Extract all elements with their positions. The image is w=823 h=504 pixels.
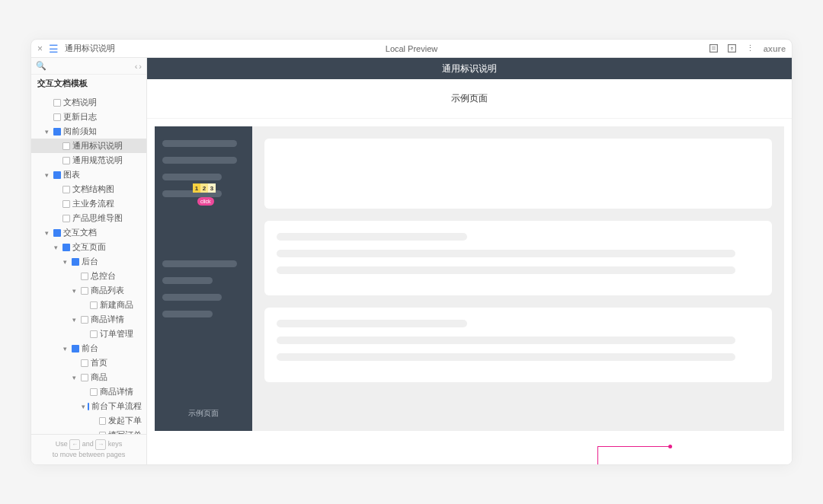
file-icon xyxy=(81,359,88,367)
tree-row[interactable]: ▾图表 xyxy=(31,167,146,182)
tree-label: 通用标识说明 xyxy=(72,140,123,152)
tree-label: 商品详情 xyxy=(100,386,133,397)
caret-icon: ▾ xyxy=(54,244,60,251)
tree-label: 主业务流程 xyxy=(72,198,114,209)
file-icon xyxy=(90,388,98,396)
sub-header: 示例页面 xyxy=(147,79,792,119)
preview-label: Local Preview xyxy=(386,44,437,53)
nav-pill xyxy=(162,140,237,147)
file-icon xyxy=(62,215,70,222)
file-icon xyxy=(62,157,70,164)
hamburger-icon[interactable]: ☰ xyxy=(49,43,59,55)
annotation-dot xyxy=(668,445,672,448)
caret-icon: ▾ xyxy=(63,258,69,266)
caret-icon: ▾ xyxy=(45,128,51,136)
tree-row[interactable]: ▾前台下单流程 xyxy=(31,399,146,413)
tree-row[interactable]: ▾商品 xyxy=(31,370,146,384)
folder-icon xyxy=(72,345,79,352)
sidebar-hint: Use ← and → keys to move between pages xyxy=(31,434,146,465)
tree-row[interactable]: ▾商品详情 xyxy=(31,312,146,327)
tree-label: 商品列表 xyxy=(91,285,124,296)
tree-label: 通用规范说明 xyxy=(72,155,123,166)
tree-row[interactable]: 主业务流程 xyxy=(31,196,146,211)
file-icon xyxy=(99,417,107,425)
folder-icon xyxy=(53,128,61,136)
content: 通用标识说明 示例页面 xyxy=(147,58,792,464)
tree-row[interactable]: 发起下单 xyxy=(31,413,146,428)
tree-label: 商品详情 xyxy=(91,314,124,325)
tree-label: 新建商品 xyxy=(100,299,133,311)
caret-icon: ▾ xyxy=(72,374,78,381)
tree-row[interactable]: 文档说明 xyxy=(31,95,146,110)
tree-row[interactable]: ▾商品列表 xyxy=(31,283,146,298)
tree-row[interactable]: 新建商品 xyxy=(31,298,146,312)
file-icon xyxy=(53,99,61,107)
tree-label: 阅前须知 xyxy=(63,126,97,137)
click-badge: click xyxy=(197,197,214,206)
callout: 1 2 3 click xyxy=(193,183,216,206)
file-icon xyxy=(90,330,98,338)
caret-icon: ▾ xyxy=(45,229,51,237)
tree-label: 总控台 xyxy=(91,270,116,282)
tree-row[interactable]: 总控台 xyxy=(31,269,146,283)
section-title: 交互文档模板 xyxy=(31,75,146,92)
file-icon xyxy=(53,113,61,121)
tree-row[interactable]: ▾阅前须知 xyxy=(31,124,146,139)
callout-number: 1 xyxy=(193,183,200,193)
tree-row[interactable]: 商品详情 xyxy=(31,384,146,399)
tree-row[interactable]: 更新日志 xyxy=(31,110,146,124)
card xyxy=(264,221,772,295)
nav-next-icon[interactable]: › xyxy=(139,62,142,71)
caret-icon: ▾ xyxy=(45,171,51,179)
tree-label: 发起下单 xyxy=(108,415,142,426)
file-icon xyxy=(81,273,88,280)
skeleton xyxy=(277,337,735,344)
search-icon: 🔍 xyxy=(36,61,46,71)
page-tree[interactable]: 文档说明更新日志▾阅前须知通用标识说明通用规范说明▾图表文档结构图主业务流程产品… xyxy=(31,92,146,434)
tree-row[interactable]: 订单管理 xyxy=(31,327,146,341)
tree-row[interactable]: ▾前台 xyxy=(31,341,146,356)
export-icon[interactable] xyxy=(727,43,738,54)
skeleton xyxy=(277,266,735,274)
canvas[interactable]: 1 2 3 click 示例页面 xyxy=(147,119,792,464)
sidebar: 🔍 ‹ › 交互文档模板 文档说明更新日志▾阅前须知通用标识说明通用规范说明▾图… xyxy=(31,58,147,464)
svg-rect-0 xyxy=(710,45,718,53)
tree-row[interactable]: 通用标识说明 xyxy=(31,139,146,153)
file-icon xyxy=(90,301,98,309)
tree-label: 图表 xyxy=(63,169,80,180)
tree-row[interactable]: 产品思维导图 xyxy=(31,211,146,225)
brand-label: axure xyxy=(764,44,786,53)
file-icon xyxy=(62,142,70,150)
tree-row[interactable]: ▾交互页面 xyxy=(31,240,146,254)
tree-label: 首页 xyxy=(91,357,107,368)
file-icon xyxy=(81,316,88,324)
tree-label: 交互文档 xyxy=(63,227,97,238)
file-icon xyxy=(62,186,70,193)
tree-row[interactable]: 通用规范说明 xyxy=(31,153,146,167)
app-frame: × ☰ 通用标识说明 Local Preview ⋮ axure 🔍 ‹ › 交… xyxy=(30,39,793,465)
tree-label: 后台 xyxy=(82,256,98,267)
folder-icon xyxy=(53,171,61,179)
sidebar-search[interactable]: 🔍 ‹ › xyxy=(31,58,146,75)
more-icon[interactable]: ⋮ xyxy=(745,43,756,54)
nav-pill xyxy=(162,260,237,267)
tree-row[interactable]: ▾后台 xyxy=(31,254,146,269)
tree-row[interactable]: 首页 xyxy=(31,356,146,370)
topbar: × ☰ 通用标识说明 Local Preview ⋮ axure xyxy=(31,40,792,58)
caret-icon: ▾ xyxy=(72,316,78,324)
nav-prev-icon[interactable]: ‹ xyxy=(135,62,138,71)
callout-number: 2 xyxy=(200,183,208,193)
page-title: 通用标识说明 xyxy=(65,43,115,54)
tree-row[interactable]: 文档结构图 xyxy=(31,182,146,196)
tree-row[interactable]: 填写订单 xyxy=(31,428,146,434)
close-icon[interactable]: × xyxy=(37,43,43,54)
nav-pill xyxy=(162,294,222,301)
skeleton xyxy=(277,320,467,327)
tree-row[interactable]: ▾交互文档 xyxy=(31,225,146,240)
panel-icon[interactable] xyxy=(709,43,719,54)
nav-pill xyxy=(162,277,213,284)
file-icon xyxy=(62,200,70,208)
tree-label: 文档结构图 xyxy=(72,183,114,195)
tree-label: 文档说明 xyxy=(63,97,97,108)
example-app: 1 2 3 click 示例页面 xyxy=(155,126,784,431)
